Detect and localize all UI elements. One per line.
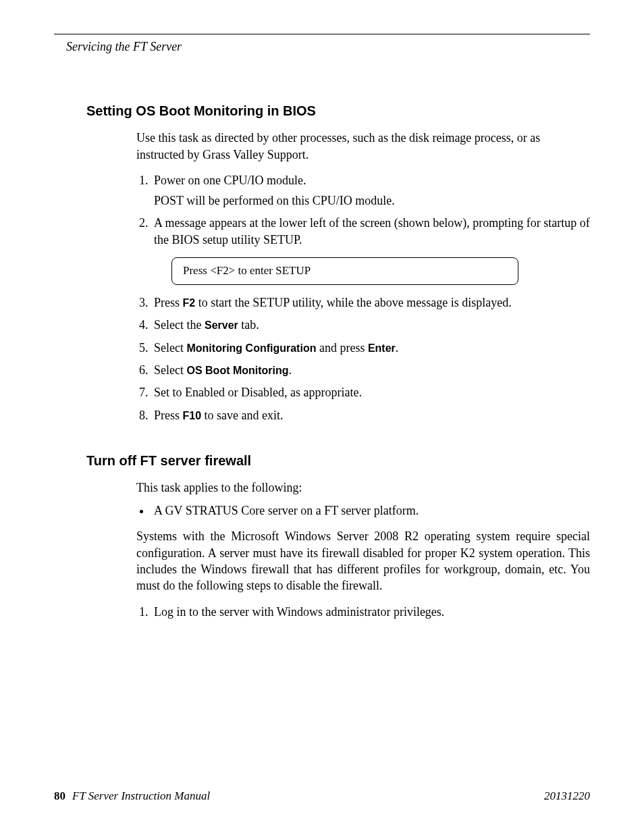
section1-body: Use this task as directed by other proce… bbox=[136, 130, 590, 423]
step-3-pre: Press bbox=[154, 296, 183, 309]
step-8: Press F10 to save and exit. bbox=[151, 407, 590, 423]
section-heading-firewall: Turn off FT server firewall bbox=[86, 452, 590, 470]
step-2-text: A message appears at the lower left of t… bbox=[154, 216, 590, 246]
section2-step-1: Log in to the server with Windows admini… bbox=[151, 604, 590, 620]
step-4: Select the Server tab. bbox=[151, 317, 590, 333]
step-5-mid: and press bbox=[316, 341, 367, 355]
key-f2: F2 bbox=[183, 297, 196, 309]
section2-para: Systems with the Microsoft Windows Serve… bbox=[136, 528, 590, 594]
step-6-pre: Select bbox=[154, 363, 186, 377]
section2-step-1-text: Log in to the server with Windows admini… bbox=[154, 605, 444, 619]
section2-intro: This task applies to the following: bbox=[136, 479, 590, 496]
step-1: Power on one CPU/IO module. POST will be… bbox=[151, 172, 590, 209]
step-1-sub: POST will be performed on this CPU/IO mo… bbox=[154, 192, 590, 209]
step-7-text: Set to Enabled or Disabled, as appropria… bbox=[154, 386, 362, 399]
footer-left: 80FT Server Instruction Manual bbox=[54, 789, 210, 804]
section1-intro: Use this task as directed by other proce… bbox=[136, 130, 590, 163]
step-4-pre: Select the bbox=[154, 318, 205, 332]
step-5-pre: Select bbox=[154, 341, 186, 355]
bullet-gv-stratus: A GV STRATUS Core server on a FT server … bbox=[151, 502, 590, 519]
bios-prompt-box: Press <F2> to enter SETUP bbox=[171, 257, 518, 285]
step-2: A message appears at the lower left of t… bbox=[151, 215, 590, 285]
header-rule bbox=[54, 34, 590, 34]
step-6: Select OS Boot Monitoring. bbox=[151, 362, 590, 378]
step-6-post: . bbox=[289, 363, 292, 377]
footer-date: 20131220 bbox=[544, 789, 590, 804]
step-5-post: . bbox=[396, 341, 399, 355]
tab-server: Server bbox=[205, 319, 238, 331]
step-1-text: Power on one CPU/IO module. bbox=[154, 174, 306, 187]
key-enter: Enter bbox=[368, 342, 396, 354]
manual-title: FT Server Instruction Manual bbox=[72, 789, 210, 802]
step-3: Press F2 to start the SETUP utility, whi… bbox=[151, 294, 590, 311]
step-8-pre: Press bbox=[154, 409, 183, 422]
running-header: Servicing the FT Server bbox=[66, 38, 590, 55]
section2-steps: Log in to the server with Windows admini… bbox=[136, 604, 590, 620]
section-heading-bios: Setting OS Boot Monitoring in BIOS bbox=[86, 102, 590, 120]
step-7: Set to Enabled or Disabled, as appropria… bbox=[151, 384, 590, 400]
step-8-post: to save and exit. bbox=[201, 409, 283, 422]
section2-bullets: A GV STRATUS Core server on a FT server … bbox=[136, 502, 590, 519]
page-number: 80 bbox=[54, 789, 65, 802]
step-5: Select Monitoring Configuration and pres… bbox=[151, 340, 590, 356]
key-f10: F10 bbox=[183, 410, 202, 421]
step-4-post: tab. bbox=[238, 318, 259, 332]
menu-monitoring-config: Monitoring Configuration bbox=[186, 342, 316, 354]
step-3-post: to start the SETUP utility, while the ab… bbox=[195, 296, 512, 309]
section1-steps: Power on one CPU/IO module. POST will be… bbox=[136, 172, 590, 423]
menu-os-boot-monitoring: OS Boot Monitoring bbox=[186, 365, 288, 376]
document-page: Servicing the FT Server Setting OS Boot … bbox=[0, 0, 644, 834]
page-footer: 80FT Server Instruction Manual 20131220 bbox=[54, 789, 590, 804]
section2-body: This task applies to the following: A GV… bbox=[136, 479, 590, 620]
